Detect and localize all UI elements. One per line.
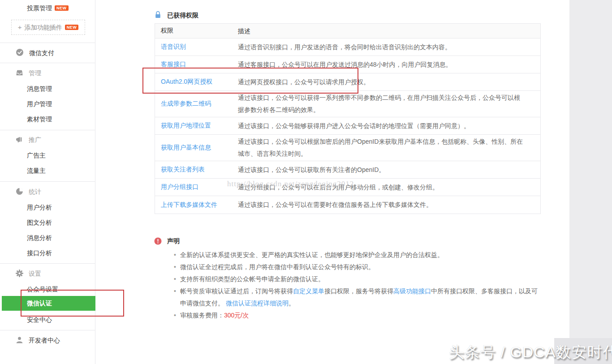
fee-text: 审核服务费用：300元/次 xyxy=(180,309,542,321)
table-row: 生成带参数二维码 通过该接口，公众号可以获得一系列携带不同参数的二维码，在用户扫… xyxy=(155,91,540,117)
fee-label: 审核服务费用： xyxy=(180,312,224,319)
table-row: 上传下载多媒体文件 通过该接口，公众号可以在需要时在微信服务器上传下载多媒体文件… xyxy=(155,196,540,214)
permission-link[interactable]: 获取用户地理位置 xyxy=(161,122,211,129)
section-title: 推广 xyxy=(29,136,41,143)
megaphone-icon xyxy=(16,136,23,143)
statement-bullet: • 全新的认证体系提供更安全、更严格的真实性认证，也能够更好地保护企业及用户的合… xyxy=(174,249,542,261)
sidebar-item-vote-label: 投票管理 xyxy=(27,4,52,12)
sidebar-item-message-manage[interactable]: 消息管理 xyxy=(27,84,52,93)
column-header-description: 描述 xyxy=(238,25,531,37)
permission-link[interactable]: 上传下载多媒体文件 xyxy=(161,201,217,208)
statement-header: 声明 xyxy=(154,237,180,245)
developer-center-label: 开发者中心 xyxy=(29,337,60,344)
sidebar-item-material-manage[interactable]: 素材管理 xyxy=(27,115,52,124)
sidebar-item-user-manage[interactable]: 用户管理 xyxy=(27,99,52,108)
new-badge: NEW xyxy=(65,25,79,30)
bullet-dot: • xyxy=(174,249,180,261)
item-label: 接口分析 xyxy=(27,249,52,257)
bullet-dot: • xyxy=(174,261,180,273)
bullet-seg: 接口权限，服务号将获得 xyxy=(324,287,393,295)
table-row: 获取关注者列表 通过该接口，公众号可以获取所有关注者的OpenID。 xyxy=(155,161,540,179)
divider xyxy=(0,263,95,264)
add-plugin-label: 添加功能插件 xyxy=(25,24,62,31)
item-label: 图文分析 xyxy=(27,219,52,226)
verify-process-link[interactable]: 微信认证流程详细说明 xyxy=(226,300,289,307)
statement-title: 声明 xyxy=(167,237,180,244)
wechat-pay-label: 微信支付 xyxy=(29,49,54,56)
item-label: 消息分析 xyxy=(27,234,52,241)
permission-desc: 通过该接口，公众号能够获得用户进入公众号会话时的地理位置（需要用户同意）。 xyxy=(238,120,531,132)
sidebar-item-message-analysis[interactable]: 消息分析 xyxy=(27,233,52,242)
bullet-text: 微信认证全过程完成后，用户将在微信中看到认证公众号特有的标识。 xyxy=(180,261,542,273)
custom-menu-link[interactable]: 自定义菜单 xyxy=(293,287,324,295)
divider xyxy=(0,130,95,130)
section-title: 统计 xyxy=(29,188,41,195)
new-badge: NEW xyxy=(55,5,69,11)
red-annotation-box-verify xyxy=(21,290,124,317)
item-label: 用户分析 xyxy=(27,204,52,211)
divider xyxy=(0,330,95,330)
item-label: 广告主 xyxy=(27,152,46,159)
bullet-text-mixed: 帐号资质审核认证通过后，订阅号将获得自定义菜单接口权限，服务号将获得高级功能接口… xyxy=(180,285,542,309)
table-row: 获取用户基本信息 通过该接口，公众号可以根据加密后的用户OpenID来获取用户基… xyxy=(155,135,540,161)
divider xyxy=(0,181,95,182)
section-title: 管理 xyxy=(29,69,41,77)
wechat-pay-icon xyxy=(16,48,24,56)
lock-icon xyxy=(155,11,161,19)
permission-link[interactable]: 生成带参数二维码 xyxy=(161,100,211,107)
column-header-permission: 权限 xyxy=(155,27,238,35)
permission-link[interactable]: 用户分组接口 xyxy=(161,183,198,190)
exclamation-icon xyxy=(154,237,162,245)
sidebar-item-developer-center[interactable]: 开发者中心 xyxy=(16,336,60,344)
bullet-text: 支持所有组织类型的公众帐号申请全新的微信认证。 xyxy=(180,273,542,285)
sidebar-item-vote[interactable]: 投票管理NEW xyxy=(27,4,69,13)
permission-desc: 通过该接口，公众号可以获取所有关注者的OpenID。 xyxy=(238,164,531,176)
sidebar-item-user-analysis[interactable]: 用户分析 xyxy=(27,203,52,212)
bullet-dot: • xyxy=(174,285,180,309)
table-row: 获取用户地理位置 通过该接口，公众号能够获得用户进入公众号会话时的地理位置（需要… xyxy=(155,117,540,135)
sidebar-item-advertiser[interactable]: 广告主 xyxy=(27,151,46,160)
sidebar-section-promote: 推广 xyxy=(16,136,41,144)
bullet-seg: 帐号资质审核认证通过后，订阅号将获得 xyxy=(180,287,293,295)
sidebar-item-api-analysis[interactable]: 接口分析 xyxy=(27,248,52,257)
statement-bullet-fee: • 审核服务费用：300元/次 xyxy=(174,309,542,321)
statement-bullet: • 微信认证全过程完成后，用户将在微信中看到认证公众号特有的标识。 xyxy=(174,261,542,273)
inbox-icon xyxy=(16,69,23,77)
add-plugin-button[interactable]: +添加功能插件NEW xyxy=(11,20,85,35)
permission-link[interactable]: 客服接口 xyxy=(161,60,186,68)
pie-chart-icon xyxy=(16,188,23,195)
permission-link[interactable]: 获取关注者列表 xyxy=(161,166,205,173)
sidebar-item-traffic[interactable]: 流量主 xyxy=(27,166,46,175)
gear-icon xyxy=(16,270,23,277)
statement-bullet: • 支持所有组织类型的公众帐号申请全新的微信认证。 xyxy=(174,273,542,285)
person-icon xyxy=(16,336,23,344)
permission-desc: 通过该接口，公众号可以根据加密后的用户OpenID来获取用户基本信息，包括昵称、… xyxy=(238,136,531,160)
advanced-api-link[interactable]: 高级功能接口 xyxy=(393,287,431,295)
footer-watermark: 头条号 / GDCA数安时代 xyxy=(449,342,612,363)
sidebar-item-article-analysis[interactable]: 图文分析 xyxy=(27,218,52,227)
table-header-row: 权限 描述 xyxy=(155,24,540,39)
panel-title: 已获得权限 xyxy=(155,11,198,19)
permission-desc: 通过该接口，公众号可以获得一系列携带不同参数的二维码，在用户扫描关注公众号后，公… xyxy=(238,92,531,116)
sidebar-section-stats: 统计 xyxy=(16,188,41,196)
section-title: 设置 xyxy=(29,270,41,277)
bullet-text: 全新的认证体系提供更安全、更严格的真实性认证，也能够更好地保护企业及用户的合法权… xyxy=(180,249,542,261)
plus-icon: + xyxy=(18,23,22,31)
sidebar-item-wechat-pay[interactable]: 微信支付 xyxy=(16,48,54,56)
sidebar-section-manage: 管理 xyxy=(16,69,41,77)
divider xyxy=(0,43,95,43)
red-annotation-box-oauth xyxy=(142,68,358,94)
item-label: 消息管理 xyxy=(27,85,52,92)
sidebar-section-settings: 设置 xyxy=(16,270,41,278)
permission-link[interactable]: 获取用户基本信息 xyxy=(161,144,211,151)
permission-desc: 通过该接口，公众号可以在需要时在微信服务器上传下载多媒体文件。 xyxy=(238,199,531,211)
item-label: 素材管理 xyxy=(27,116,52,123)
bullet-seg: 。 xyxy=(289,300,295,307)
permission-link[interactable]: 语音识别 xyxy=(161,43,186,50)
sidebar-item-security-center[interactable]: 安全中心 xyxy=(27,315,52,324)
item-label: 安全中心 xyxy=(27,316,52,323)
center-watermark: http://blog.csdn.net/zengdeqing2012 xyxy=(227,180,354,188)
divider xyxy=(0,63,95,63)
statement-list: • 全新的认证体系提供更安全、更严格的真实性认证，也能够更好地保护企业及用户的合… xyxy=(174,249,542,321)
permission-desc: 通过语音识别接口，用户发送的语音，将会同时给出语音识别出的文本内容。 xyxy=(238,41,531,53)
